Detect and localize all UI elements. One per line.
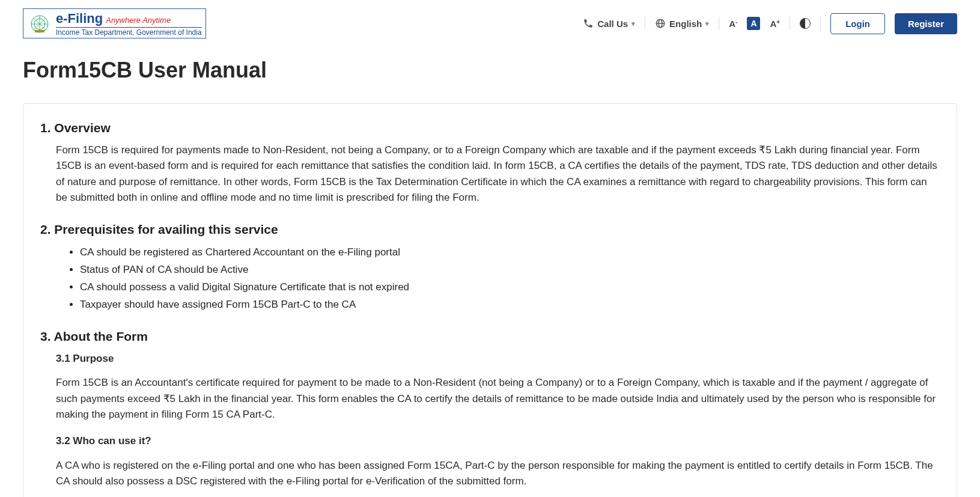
logo-title: e-Filing [56,12,103,25]
separator [719,17,719,30]
page-header: e-Filing Anywhere Anytime Income Tax Dep… [0,0,980,47]
section-1-body: Form 15CB is required for payments made … [40,142,940,206]
content-panel: 1. Overview Form 15CB is required for pa… [23,103,957,497]
separator [790,17,790,30]
list-item: CA should be registered as Chartered Acc… [80,244,940,261]
list-item: CA should possess a valid Digital Signat… [80,279,940,296]
purpose-text: Form 15CB is an Accountant's certificate… [56,375,940,422]
section-2-title: 2. Prerequisites for availing this servi… [40,222,940,237]
svg-rect-6 [35,30,44,32]
overview-text: Form 15CB is required for payments made … [56,142,940,206]
site-logo[interactable]: e-Filing Anywhere Anytime Income Tax Dep… [23,8,206,38]
call-us-label: Call Us [597,19,628,29]
section-3-body: 3.1 Purpose Form 15CB is an Accountant's… [40,351,940,489]
page-title: Form15CB User Manual [23,58,957,83]
logo-text: e-Filing Anywhere Anytime Income Tax Dep… [56,12,202,36]
phone-icon [583,18,594,29]
emblem-icon [27,11,52,37]
font-small-icon: A- [729,19,737,29]
logo-tagline: Anywhere Anytime [106,16,171,24]
separator [820,17,821,30]
header-toolbar: Call Us ▾ English ▾ A- A A+ Login Regist… [583,13,957,34]
register-button[interactable]: Register [895,13,957,34]
separator [645,17,645,30]
login-button[interactable]: Login [830,13,885,34]
language-dropdown[interactable]: English ▾ [655,18,709,29]
logo-dept: Income Tax Department, Government of Ind… [56,27,202,36]
font-increase[interactable]: A+ [770,19,780,29]
contrast-toggle[interactable] [800,18,811,29]
section-3-2-title: 3.2 Who can use it? [56,433,940,449]
section-3-title: 3. About the Form [40,329,940,344]
call-us-dropdown[interactable]: Call Us ▾ [583,18,635,29]
language-label: English [669,19,702,29]
contrast-icon [800,18,811,29]
font-normal[interactable]: A [747,17,760,30]
font-normal-icon: A [747,17,760,30]
list-item: Status of PAN of CA should be Active [80,261,940,279]
section-1-title: 1. Overview [40,121,940,135]
font-decrease[interactable]: A- [729,19,737,29]
who-can-use-text: A CA who is registered on the e-Filing p… [56,458,940,490]
chevron-down-icon: ▾ [632,20,635,28]
chevron-down-icon: ▾ [705,20,709,28]
font-large-icon: A+ [770,19,780,29]
list-item: Taxpayer should have assigned Form 15CB … [80,296,940,314]
section-3-1-title: 3.1 Purpose [56,351,940,367]
globe-icon [655,18,666,29]
prerequisites-list: CA should be registered as Chartered Acc… [40,244,940,314]
main-container: Form15CB User Manual 1. Overview Form 15… [0,58,980,497]
